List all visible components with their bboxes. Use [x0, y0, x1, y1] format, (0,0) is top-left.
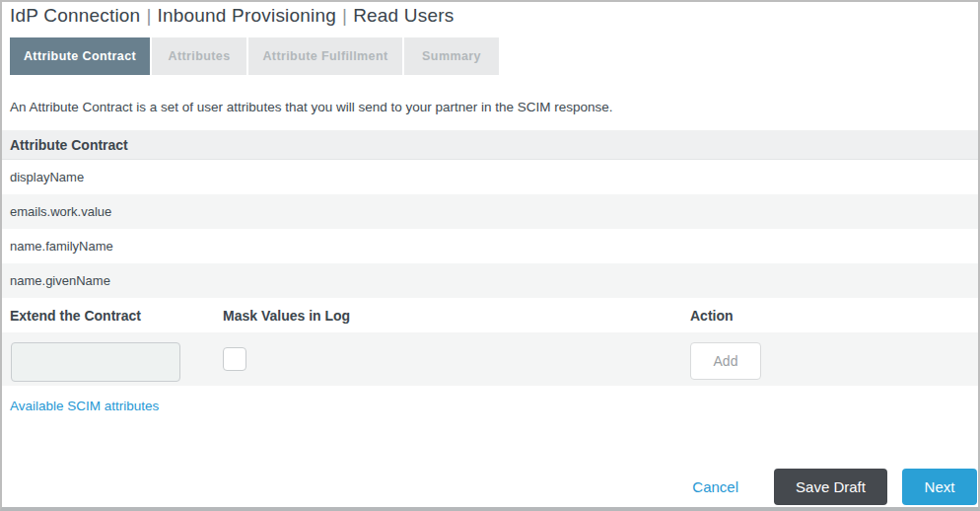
mask-values-checkbox[interactable]	[223, 347, 246, 371]
footer-actions: Cancel Save Draft Next	[692, 469, 977, 505]
contract-row-name-givenname: name.givenName	[2, 263, 978, 298]
column-header-action: Action	[690, 308, 978, 324]
tab-bar: Attribute Contract Attributes Attribute …	[10, 37, 978, 75]
extend-contract-row: Add	[2, 332, 978, 386]
contract-row-displayname: displayName	[2, 160, 978, 194]
add-button[interactable]: Add	[690, 342, 761, 380]
breadcrumb-read-users: Read Users	[353, 5, 454, 26]
column-header-extend-the-contract: Extend the Contract	[10, 308, 223, 324]
column-header-mask-values-in-log: Mask Values in Log	[223, 308, 690, 324]
idp-connection-page: IdP Connection|Inbound Provisioning|Read…	[0, 0, 980, 511]
tab-attribute-contract[interactable]: Attribute Contract	[10, 37, 150, 75]
extend-contract-input[interactable]	[11, 342, 180, 382]
contract-row-name-familyname: name.familyName	[2, 229, 978, 263]
tab-summary[interactable]: Summary	[404, 37, 499, 75]
tab-attribute-fulfillment[interactable]: Attribute Fulfillment	[248, 37, 402, 75]
available-scim-attributes-link[interactable]: Available SCIM attributes	[10, 399, 159, 413]
breadcrumb-inbound-provisioning: Inbound Provisioning	[158, 5, 336, 26]
breadcrumb-separator: |	[140, 5, 157, 26]
breadcrumb: IdP Connection|Inbound Provisioning|Read…	[10, 5, 978, 27]
extend-column-headers: Extend the Contract Mask Values in Log A…	[2, 298, 978, 332]
contract-row-emails-work-value: emails.work.value	[2, 194, 978, 229]
attribute-contract-header: Attribute Contract	[2, 130, 978, 160]
save-draft-button[interactable]: Save Draft	[774, 469, 887, 505]
next-button[interactable]: Next	[902, 469, 977, 505]
cancel-link[interactable]: Cancel	[692, 478, 738, 495]
breadcrumb-separator: |	[336, 5, 353, 26]
breadcrumb-idp-connection: IdP Connection	[10, 5, 140, 26]
tab-attributes[interactable]: Attributes	[152, 37, 246, 75]
page-description: An Attribute Contract is a set of user a…	[10, 100, 970, 114]
